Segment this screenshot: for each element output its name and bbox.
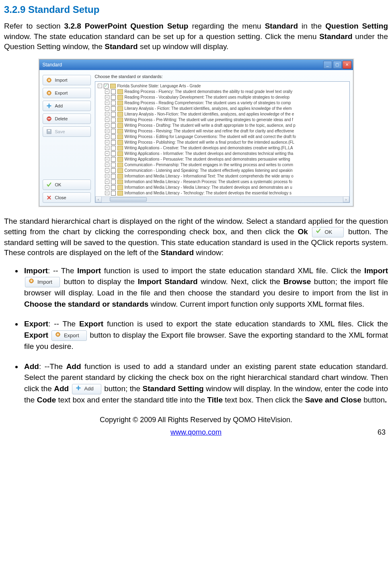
checkbox[interactable] bbox=[111, 151, 116, 156]
tree-item[interactable]: +Literary Analysis - Fiction: The studen… bbox=[105, 106, 349, 111]
tree-root-item[interactable]: −Florida Sunshine State: Language Arts -… bbox=[98, 83, 349, 89]
checkbox[interactable] bbox=[104, 84, 109, 89]
checkbox[interactable] bbox=[111, 185, 116, 190]
tree-item[interactable]: +Communication - Listening and Speaking:… bbox=[105, 168, 349, 173]
minimize-button[interactable]: _ bbox=[323, 61, 332, 69]
expander-icon[interactable]: + bbox=[105, 174, 109, 178]
scroll-left-button[interactable]: ‹ bbox=[95, 196, 102, 202]
scroll-track[interactable] bbox=[102, 197, 343, 202]
expander-icon[interactable]: + bbox=[105, 101, 109, 105]
expander-icon[interactable]: + bbox=[105, 146, 109, 150]
checkbox[interactable] bbox=[111, 168, 116, 173]
ok-button[interactable]: OK bbox=[43, 179, 91, 190]
checkbox[interactable] bbox=[111, 140, 116, 145]
tree-item[interactable]: +Writing Process - Revising: The student… bbox=[105, 128, 349, 134]
save-icon bbox=[46, 129, 52, 134]
tree-item[interactable]: +Writing Applications - Creative: The st… bbox=[105, 145, 349, 151]
import-button[interactable]: Import bbox=[43, 75, 91, 85]
expander-icon[interactable]: + bbox=[105, 89, 109, 94]
tree-item[interactable]: +Reading Process - Fluency: The student … bbox=[105, 89, 349, 95]
checkbox[interactable] bbox=[111, 146, 116, 151]
tree-item[interactable]: +Writing Process - Publishing: The stude… bbox=[105, 140, 349, 145]
expander-icon[interactable]: + bbox=[105, 118, 109, 122]
tree-item-label: Communication - Penmanship: The student … bbox=[125, 162, 293, 168]
tree-item[interactable]: +Information and Media Literacy - Media … bbox=[105, 185, 349, 190]
check-icon bbox=[46, 182, 52, 188]
export-button[interactable]: Export bbox=[43, 88, 91, 98]
text: function is used to export the state edu… bbox=[103, 320, 388, 328]
horizontal-scrollbar[interactable]: ‹ › bbox=[95, 196, 349, 202]
close-window-button[interactable]: ✕ bbox=[343, 61, 351, 69]
expander-icon[interactable]: + bbox=[105, 163, 109, 167]
tree-item[interactable]: +Writing Process - Editing for Language … bbox=[105, 134, 349, 140]
checkbox[interactable] bbox=[111, 191, 116, 196]
tree-item[interactable]: +Literary Analysis - Non-Fiction: The st… bbox=[105, 111, 349, 117]
expander-icon[interactable]: + bbox=[105, 129, 109, 133]
tree-item[interactable]: +Reading Process - Reading Comprehension… bbox=[105, 100, 349, 106]
control-name: Import bbox=[24, 266, 48, 275]
tree-item[interactable]: +Writing Applications - Informative: The… bbox=[105, 151, 349, 157]
expander-icon[interactable]: − bbox=[98, 84, 102, 88]
expander-icon[interactable]: + bbox=[105, 179, 109, 184]
checkbox[interactable] bbox=[111, 134, 116, 139]
ref-section: 3.2.8 PowerPoint Question Setup bbox=[64, 22, 189, 30]
scroll-thumb[interactable] bbox=[110, 197, 147, 202]
checkbox[interactable] bbox=[111, 95, 116, 100]
delete-button[interactable]: Delete bbox=[43, 113, 91, 124]
checkbox[interactable] bbox=[111, 123, 116, 128]
close-button[interactable]: Close bbox=[43, 192, 91, 203]
section-heading: 3.2.9 Standard Setup bbox=[4, 4, 388, 15]
scroll-right-button[interactable]: › bbox=[343, 196, 349, 202]
footer-url[interactable]: www.qomo.com bbox=[23, 428, 369, 437]
expander-icon[interactable]: + bbox=[105, 151, 109, 156]
window-name: Standard Setting bbox=[142, 384, 203, 393]
export-icon bbox=[46, 90, 52, 96]
tree-item-label: Writing Process - Publishing: The studen… bbox=[125, 140, 295, 145]
window-name: Question Setting bbox=[325, 22, 388, 30]
save-button[interactable]: Save bbox=[43, 126, 91, 137]
tree-item[interactable]: +Communication - Penmanship: The student… bbox=[105, 162, 349, 168]
tree-item[interactable]: +Information and Media Literacy - Resear… bbox=[105, 179, 349, 185]
folder-icon bbox=[117, 163, 123, 167]
expander-icon[interactable]: + bbox=[105, 168, 109, 173]
standards-tree[interactable]: −Florida Sunshine State: Language Arts -… bbox=[95, 81, 350, 203]
checkbox[interactable] bbox=[111, 179, 116, 184]
expander-icon[interactable]: + bbox=[105, 123, 109, 128]
tree-item[interactable]: +Information and Media Literacy - Inform… bbox=[105, 173, 349, 179]
tree-item[interactable]: +Writing Process - Drafting: The student… bbox=[105, 123, 349, 128]
add-button[interactable]: Add bbox=[43, 101, 91, 111]
folder-icon bbox=[117, 95, 123, 100]
expander-icon[interactable]: + bbox=[105, 157, 109, 161]
expander-icon[interactable]: + bbox=[105, 134, 109, 139]
checkbox[interactable] bbox=[111, 89, 116, 94]
expander-icon[interactable]: + bbox=[105, 112, 109, 116]
folder-icon bbox=[117, 112, 123, 117]
checkbox[interactable] bbox=[111, 174, 116, 179]
text: . bbox=[385, 396, 387, 404]
tree-item[interactable]: +Writing Applications - Persuasive: The … bbox=[105, 157, 349, 162]
window-titlebar: Standard _ ▢ ✕ bbox=[39, 60, 353, 70]
expander-icon[interactable]: + bbox=[105, 185, 109, 190]
checkbox[interactable] bbox=[111, 112, 116, 117]
checkbox[interactable] bbox=[111, 106, 116, 111]
tree-item[interactable]: +Reading Process - Vocabulary Developmen… bbox=[105, 95, 349, 100]
window-name: Import Standard bbox=[138, 277, 198, 286]
tree-item[interactable]: +Information and Media Literacy - Techno… bbox=[105, 190, 349, 196]
field-name: Code bbox=[37, 396, 56, 404]
text: : -- The bbox=[48, 266, 77, 275]
checkbox[interactable] bbox=[111, 101, 116, 105]
tree-item[interactable]: +Writing Process - Pre-Writing: The stud… bbox=[105, 117, 349, 123]
expander-icon[interactable]: + bbox=[105, 140, 109, 144]
checkbox[interactable] bbox=[111, 118, 116, 122]
tree-item-label: Writing Process - Drafting: The student … bbox=[125, 123, 296, 128]
checkbox[interactable] bbox=[111, 129, 116, 134]
folder-icon bbox=[117, 118, 123, 122]
checkbox[interactable] bbox=[111, 163, 116, 167]
tree-panel: Choose the standard or standards: −Flori… bbox=[95, 73, 350, 203]
expander-icon[interactable]: + bbox=[105, 106, 109, 111]
tree-item-label: Communication - Listening and Speaking: … bbox=[125, 168, 293, 173]
expander-icon[interactable]: + bbox=[105, 95, 109, 99]
maximize-button[interactable]: ▢ bbox=[333, 61, 342, 69]
expander-icon[interactable]: + bbox=[105, 191, 109, 195]
checkbox[interactable] bbox=[111, 157, 116, 162]
